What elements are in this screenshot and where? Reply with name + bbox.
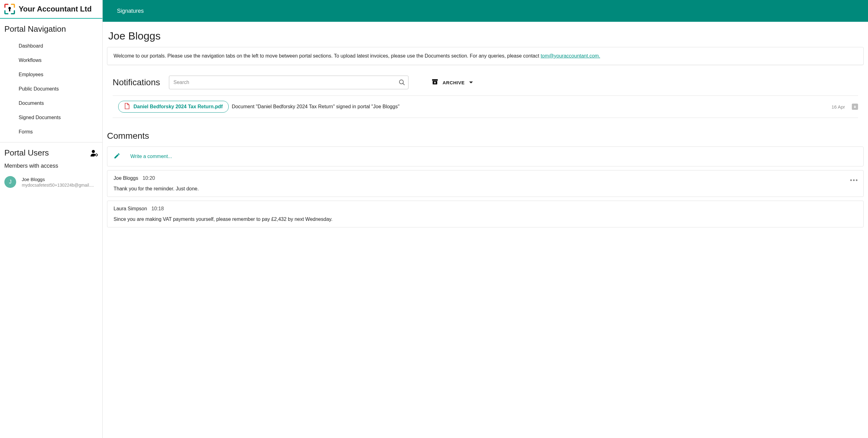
- welcome-box: Welcome to our portals. Please use the n…: [107, 47, 864, 65]
- comment-body: Since you are making VAT payments yourse…: [114, 217, 857, 222]
- svg-point-3: [95, 154, 97, 156]
- svg-rect-1: [9, 9, 10, 11]
- sidebar-item-forms[interactable]: Forms: [4, 125, 98, 139]
- comment-body: Thank you for the reminder. Just done.: [114, 186, 857, 192]
- comment-author: Laura Simpson: [114, 206, 147, 212]
- archive-notification-icon[interactable]: [852, 103, 858, 110]
- user-settings-icon[interactable]: [90, 150, 98, 156]
- search-icon[interactable]: [399, 79, 405, 86]
- sidebar-item-dashboard[interactable]: Dashboard: [4, 39, 98, 53]
- avatar: J: [4, 176, 16, 188]
- svg-point-2: [92, 150, 95, 153]
- portal-user-name: Joe Bloggs: [22, 177, 98, 182]
- comment-card: Joe Bloggs 10:20 Thank you for the remin…: [107, 170, 864, 197]
- archive-icon: [432, 79, 438, 87]
- sidebar: Your Accountant Ltd Portal Navigation Da…: [0, 0, 103, 438]
- document-pill-name: Daniel Bedforsky 2024 Tax Return.pdf: [133, 104, 223, 110]
- brand-name: Your Accountant Ltd: [19, 5, 92, 13]
- comment-card: Laura Simpson 10:18 Since you are making…: [107, 201, 864, 227]
- welcome-text: Welcome to our portals. Please use the n…: [114, 53, 541, 59]
- sidebar-item-workflows[interactable]: Workflows: [4, 53, 98, 67]
- comment-time: 10:18: [152, 206, 164, 212]
- compose-placeholder[interactable]: Write a comment...: [130, 154, 172, 159]
- notification-message: Document "Daniel Bedforsky 2024 Tax Retu…: [232, 104, 400, 110]
- portal-user-row[interactable]: J Joe Bloggs mydocsafetest50+130224b@gma…: [4, 176, 98, 188]
- page-title: Joe Bloggs: [108, 30, 864, 42]
- archive-button[interactable]: ARCHIVE: [432, 79, 473, 87]
- notifications-title: Notifications: [113, 77, 160, 87]
- members-label: Members with access: [4, 163, 98, 169]
- nav-section: Portal Navigation Dashboard Workflows Em…: [0, 19, 102, 142]
- search-input[interactable]: [169, 75, 408, 89]
- comment-time: 10:20: [143, 176, 155, 181]
- chevron-down-icon: [469, 82, 473, 83]
- svg-rect-10: [432, 79, 437, 81]
- svg-line-9: [403, 83, 404, 85]
- brand-logo-icon: [4, 3, 16, 15]
- sidebar-item-public-documents[interactable]: Public Documents: [4, 82, 98, 96]
- svg-point-8: [399, 80, 403, 84]
- comment-author: Joe Bloggs: [114, 176, 138, 181]
- sidebar-item-signed-documents[interactable]: Signed Documents: [4, 111, 98, 125]
- main: Signatures Joe Bloggs Welcome to our por…: [103, 0, 868, 438]
- users-section: Portal Users Members w: [0, 143, 102, 193]
- welcome-contact-link[interactable]: tom@youraccountant.com.: [541, 53, 600, 59]
- brand-block[interactable]: Your Accountant Ltd: [0, 0, 102, 19]
- notification-list: Daniel Bedforsky 2024 Tax Return.pdf Doc…: [113, 95, 858, 118]
- notification-date: 16 Apr: [832, 104, 845, 110]
- document-pill[interactable]: Daniel Bedforsky 2024 Tax Return.pdf: [118, 101, 229, 113]
- notification-row: Daniel Bedforsky 2024 Tax Return.pdf Doc…: [113, 96, 858, 118]
- comments-section: Comments Write a comment... Joe Bloggs 1…: [107, 131, 864, 227]
- sidebar-item-employees[interactable]: Employees: [4, 67, 98, 82]
- comment-compose[interactable]: Write a comment...: [107, 147, 864, 166]
- topbar: Signatures: [103, 0, 868, 22]
- topbar-signatures[interactable]: Signatures: [117, 8, 144, 14]
- archive-label: ARCHIVE: [443, 80, 465, 85]
- search-wrap: [169, 75, 408, 89]
- comment-more-icon[interactable]: •••: [850, 177, 858, 184]
- users-heading: Portal Users: [4, 148, 49, 158]
- pencil-icon: [114, 152, 120, 160]
- pdf-icon: [124, 103, 130, 111]
- comments-title: Comments: [107, 131, 864, 141]
- portal-user-email: mydocsafetest50+130224b@gmail....: [22, 183, 98, 188]
- notifications-section: Notifications: [107, 75, 864, 118]
- nav-heading: Portal Navigation: [4, 24, 98, 34]
- sidebar-item-documents[interactable]: Documents: [4, 96, 98, 111]
- nav-list: Dashboard Workflows Employees Public Doc…: [4, 39, 98, 139]
